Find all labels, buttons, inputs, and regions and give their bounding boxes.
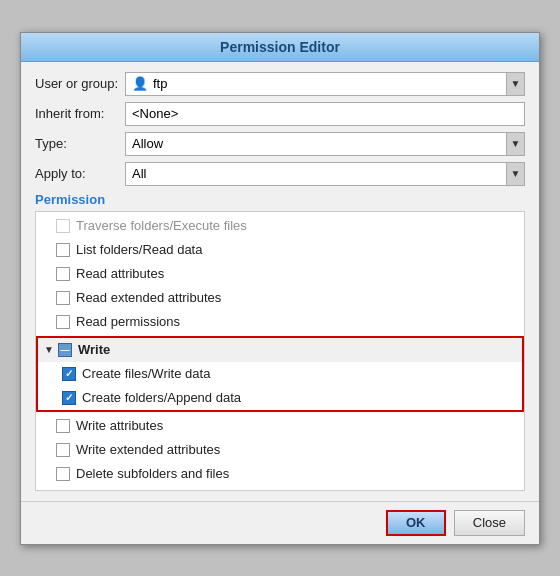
perm-label-delete-sub: Delete subfolders and files — [76, 466, 229, 481]
perm-label-write-attr: Write attributes — [76, 418, 163, 433]
apply-to-value: All — [126, 163, 506, 185]
checkbox-write-group[interactable] — [58, 343, 72, 357]
perm-label-list: List folders/Read data — [76, 242, 202, 257]
checkbox-list[interactable] — [56, 243, 70, 257]
user-or-group-row: User or group: 👤 ftp ▼ — [35, 72, 525, 96]
dialog-title: Permission Editor — [21, 33, 539, 62]
type-value: Allow — [126, 133, 506, 155]
expand-placeholder — [42, 468, 56, 479]
perm-label-create-files: Create files/Write data — [82, 366, 210, 381]
apply-to-row: Apply to: All ▼ — [35, 162, 525, 186]
dropdown-arrow-user[interactable]: ▼ — [506, 73, 524, 95]
checkbox-traverse[interactable] — [56, 219, 70, 233]
apply-to-control: All ▼ — [125, 162, 525, 186]
inherit-from-value: <None> — [125, 102, 525, 126]
perm-label-write-ext-attr: Write extended attributes — [76, 442, 220, 457]
expand-placeholder — [42, 244, 56, 255]
list-item: Read permissions — [36, 310, 524, 334]
list-item: Read extended attributes — [36, 286, 524, 310]
list-item: Delete subfolders and files — [36, 462, 524, 486]
permission-editor-dialog: Permission Editor User or group: 👤 ftp ▼… — [20, 32, 540, 545]
type-row: Type: Allow ▼ — [35, 132, 525, 156]
type-control: Allow ▼ — [125, 132, 525, 156]
user-or-group-label: User or group: — [35, 76, 125, 91]
expand-placeholder — [42, 316, 56, 327]
user-icon: 👤 — [132, 76, 148, 91]
list-item: Read attributes — [36, 262, 524, 286]
checkbox-create-files[interactable] — [62, 367, 76, 381]
perm-label-create-folders: Create folders/Append data — [82, 390, 241, 405]
checkbox-read-perm[interactable] — [56, 315, 70, 329]
checkbox-read-attr[interactable] — [56, 267, 70, 281]
expand-write[interactable]: ▼ — [44, 344, 58, 355]
checkbox-write-ext-attr[interactable] — [56, 443, 70, 457]
checkbox-read-ext-attr[interactable] — [56, 291, 70, 305]
expand-placeholder — [42, 420, 56, 431]
list-item: Traverse folders/Execute files — [36, 214, 524, 238]
permission-section-label: Permission — [35, 192, 525, 207]
write-group-header: ▼ Write — [38, 338, 522, 362]
perm-label-read-perm: Read permissions — [76, 314, 180, 329]
dialog-footer: OK Close — [21, 501, 539, 544]
dropdown-arrow-type[interactable]: ▼ — [506, 133, 524, 155]
checkbox-create-folders[interactable] — [62, 391, 76, 405]
list-item: Create files/Write data — [38, 362, 522, 386]
type-dropdown[interactable]: Allow ▼ — [125, 132, 525, 156]
expand-placeholder — [42, 268, 56, 279]
inherit-from-row: Inherit from: <None> — [35, 102, 525, 126]
perm-label-write: Write — [78, 342, 110, 357]
user-or-group-control: 👤 ftp ▼ — [125, 72, 525, 96]
close-button[interactable]: Close — [454, 510, 525, 536]
list-item: Delete — [36, 486, 524, 491]
checkbox-write-attr[interactable] — [56, 419, 70, 433]
dialog-body: User or group: 👤 ftp ▼ Inherit from: <No… — [21, 62, 539, 501]
apply-to-dropdown[interactable]: All ▼ — [125, 162, 525, 186]
user-or-group-value: 👤 ftp — [126, 73, 506, 95]
apply-to-label: Apply to: — [35, 166, 125, 181]
perm-label-delete: Delete — [76, 490, 114, 491]
dropdown-arrow-apply[interactable]: ▼ — [506, 163, 524, 185]
write-group: ▼ Write Create files/Write data Create f… — [36, 336, 524, 412]
perm-label-traverse: Traverse folders/Execute files — [76, 218, 247, 233]
permission-list: Traverse folders/Execute files List fold… — [35, 211, 525, 491]
list-item: Create folders/Append data — [38, 386, 522, 410]
expand-placeholder — [42, 444, 56, 455]
checkbox-delete-sub[interactable] — [56, 467, 70, 481]
ok-button[interactable]: OK — [386, 510, 446, 536]
list-item: Write attributes — [36, 414, 524, 438]
perm-label-read-attr: Read attributes — [76, 266, 164, 281]
perm-label-read-ext-attr: Read extended attributes — [76, 290, 221, 305]
list-item: Write extended attributes — [36, 438, 524, 462]
inherit-from-control: <None> — [125, 102, 525, 126]
expand-placeholder — [42, 220, 56, 231]
inherit-from-label: Inherit from: — [35, 106, 125, 121]
expand-placeholder — [42, 292, 56, 303]
type-label: Type: — [35, 136, 125, 151]
list-item: List folders/Read data — [36, 238, 524, 262]
user-or-group-dropdown[interactable]: 👤 ftp ▼ — [125, 72, 525, 96]
